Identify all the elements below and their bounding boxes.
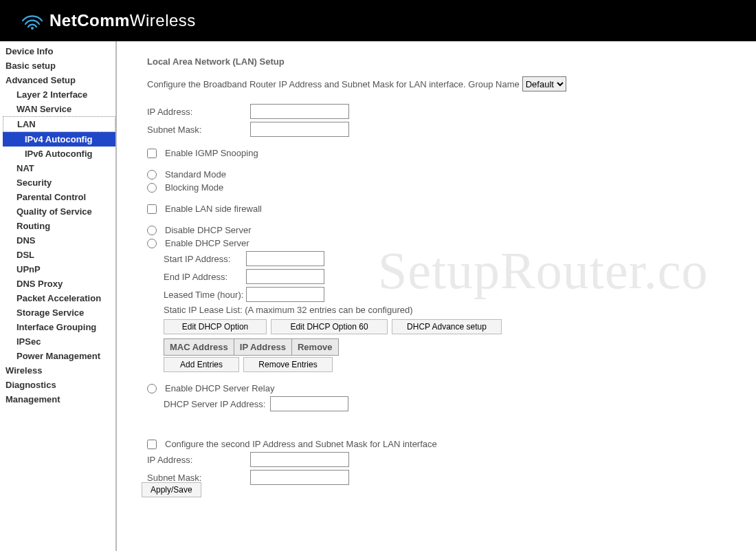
edit-dhcp-option60-button[interactable]: Edit DHCP Option 60 [271, 319, 388, 334]
nav-advanced-setup[interactable]: Advanced Setup [3, 73, 115, 87]
static-lease-table: MAC Address IP Address Remove [164, 338, 339, 356]
wifi-icon [21, 11, 44, 30]
leased-time-input[interactable] [246, 287, 324, 302]
nav-dns[interactable]: DNS [3, 233, 115, 248]
start-ip-label: Start IP Address: [164, 254, 246, 264]
dhcp-relay-ip-input[interactable] [270, 396, 348, 411]
sidebar: Device Info Basic setup Advanced Setup L… [0, 41, 117, 551]
nav-ipv4-autoconfig[interactable]: IPv4 Autoconfig [3, 132, 115, 147]
nav-management[interactable]: Management [3, 392, 115, 407]
th-mac-address: MAC Address [164, 339, 234, 356]
nav-layer2[interactable]: Layer 2 Interface [3, 87, 115, 102]
nav-routing[interactable]: Routing [3, 219, 115, 233]
second-subnet-input[interactable] [250, 470, 349, 485]
enable-lan-firewall-checkbox[interactable] [147, 204, 157, 214]
nav-nat[interactable]: NAT [3, 161, 115, 175]
nav-device-info[interactable]: Device Info [3, 44, 115, 58]
nav-upnp[interactable]: UPnP [3, 262, 115, 277]
nav-storage-service[interactable]: Storage Service [3, 305, 115, 320]
enable-igmp-checkbox[interactable] [147, 149, 157, 158]
nav-qos[interactable]: Quality of Service [3, 204, 115, 219]
disable-dhcp-radio[interactable] [147, 226, 157, 235]
nav-packet-acceleration[interactable]: Packet Acceleration [3, 291, 115, 305]
leased-time-label: Leased Time (hour): [164, 290, 246, 300]
nav-lan[interactable]: LAN [3, 116, 115, 132]
page-title: Local Area Network (LAN) Setup [147, 56, 742, 67]
enable-igmp-label: Enable IGMP Snooping [165, 148, 258, 158]
nav-basic-setup[interactable]: Basic setup [3, 58, 115, 73]
configure-second-ip-label: Configure the second IP Address and Subn… [165, 439, 437, 449]
enable-dhcp-relay-radio[interactable] [147, 384, 157, 393]
disable-dhcp-label: Disable DHCP Server [165, 225, 251, 235]
edit-dhcp-option-button[interactable]: Edit DHCP Option [164, 319, 267, 334]
th-remove: Remove [291, 339, 338, 356]
dhcp-relay-ip-label: DHCP Server IP Address: [164, 399, 270, 409]
nav-dsl[interactable]: DSL [3, 248, 115, 262]
svg-point-0 [31, 27, 34, 30]
brand-text: NetCommWireless [49, 11, 196, 30]
dhcp-advance-setup-button[interactable]: DHCP Advance setup [392, 319, 502, 334]
nav-power-management[interactable]: Power Management [3, 349, 115, 363]
group-name-select[interactable]: Default [522, 76, 566, 91]
brand-logo: NetCommWireless [21, 11, 196, 30]
nav-ipv6-autoconfig[interactable]: IPv6 Autoconfig [3, 147, 115, 161]
static-lease-list-label: Static IP Lease List: (A maximum 32 entr… [164, 305, 742, 315]
configure-second-ip-checkbox[interactable] [147, 440, 157, 449]
brand-bold: NetComm [49, 11, 130, 30]
nav-ipsec[interactable]: IPSec [3, 334, 115, 349]
subnet-mask-input[interactable] [250, 122, 349, 137]
end-ip-label: End IP Address: [164, 272, 246, 282]
ip-address-label: IP Address: [147, 107, 250, 117]
nav-security[interactable]: Security [3, 175, 115, 190]
header-bar: NetCommWireless [0, 0, 756, 41]
th-ip-address: IP Address [234, 339, 291, 356]
blocking-mode-label: Blocking Mode [165, 182, 223, 193]
standard-mode-radio[interactable] [147, 170, 157, 180]
nav-interface-grouping[interactable]: Interface Grouping [3, 320, 115, 334]
ip-address-input[interactable] [250, 104, 349, 119]
add-entries-button[interactable]: Add Entries [164, 357, 239, 372]
second-ip-input[interactable] [250, 452, 349, 467]
brand-thin: Wireless [130, 11, 196, 30]
nav-parental-control[interactable]: Parental Control [3, 190, 115, 204]
enable-dhcp-label: Enable DHCP Server [165, 238, 249, 248]
second-ip-label: IP Address: [147, 455, 250, 465]
second-subnet-label: Subnet Mask: [147, 473, 250, 483]
standard-mode-label: Standard Mode [165, 169, 226, 180]
main-content: SetupRouter.co Local Area Network (LAN) … [117, 41, 756, 551]
enable-dhcp-radio[interactable] [147, 239, 157, 248]
nav-wireless[interactable]: Wireless [3, 363, 115, 378]
nav-dns-proxy[interactable]: DNS Proxy [3, 277, 115, 291]
apply-save-button[interactable]: Apply/Save [142, 482, 201, 497]
subnet-mask-label: Subnet Mask: [147, 125, 250, 135]
enable-lan-firewall-label: Enable LAN side firewall [165, 204, 262, 214]
end-ip-input[interactable] [246, 269, 324, 284]
blocking-mode-radio[interactable] [147, 183, 157, 193]
page-description: Configure the Broadband Router IP Addres… [147, 79, 520, 89]
enable-dhcp-relay-label: Enable DHCP Server Relay [165, 383, 274, 393]
nav-wan-service[interactable]: WAN Service [3, 102, 115, 116]
remove-entries-button[interactable]: Remove Entries [243, 357, 333, 372]
start-ip-input[interactable] [246, 251, 324, 266]
nav-diagnostics[interactable]: Diagnostics [3, 378, 115, 392]
